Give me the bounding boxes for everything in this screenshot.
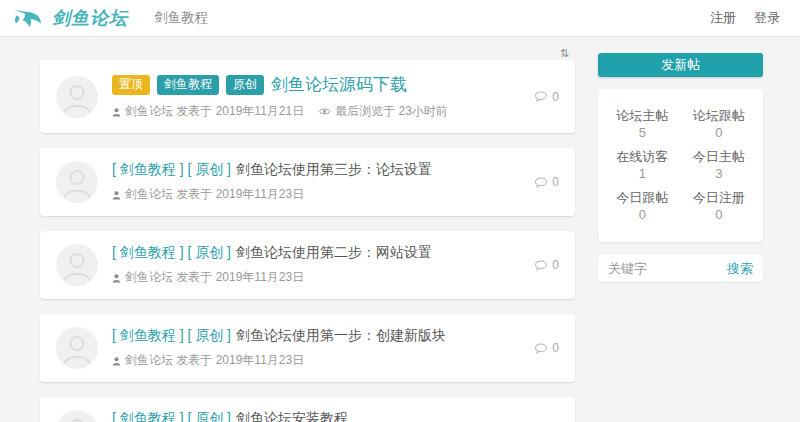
stat-label-today-threads: 今日主帖 [681,148,758,166]
stat-value-today-registrations: 0 [681,207,758,222]
avatar[interactable] [56,76,98,118]
stat-label-today-registrations: 今日注册 [681,189,758,207]
post-tags[interactable]: [ 剑鱼教程 ] [ 原创 ] [112,161,231,179]
post-author: 剑鱼论坛 [125,186,173,203]
brand-title: 剑鱼论坛 [52,6,128,30]
post-tags[interactable]: [ 剑鱼教程 ] [ 原创 ] [112,410,231,422]
post-list-column: ⇅ 置顶 剑鱼教程 原创 剑鱼论坛源码下载 剑鱼论坛 发表于 2019年11月2… [40,43,575,422]
stat-label-total-threads: 论坛主帖 [604,107,681,125]
post-tags[interactable]: [ 剑鱼教程 ] [ 原创 ] [112,327,231,345]
stat-value-total-replies: 0 [681,125,758,140]
post-meta: 剑鱼论坛 发表于 2019年11月23日 [112,352,522,369]
post-title-link[interactable]: 剑鱼论坛使用第一步：创建新版块 [236,327,446,345]
comment-icon [534,260,548,271]
post-title-link[interactable]: 剑鱼论坛使用第三步：论坛设置 [236,161,432,179]
post-card: [ 剑鱼教程 ] [ 原创 ] 剑鱼论坛使用第一步：创建新版块 剑鱼论坛 发表于… [40,314,575,382]
post-body: 置顶 剑鱼教程 原创 剑鱼论坛源码下载 剑鱼论坛 发表于 2019年11月21日… [112,73,522,120]
user-icon [112,190,121,200]
avatar[interactable] [56,327,98,369]
header-actions: 注册 登录 [710,9,780,27]
post-meta: 剑鱼论坛 发表于 2019年11月23日 [112,269,522,286]
forum-stats-panel: 论坛主帖 论坛跟帖 5 0 在线访客 今日主帖 1 3 今日跟帖 今日注册 0 … [598,89,763,242]
stat-value-online-visitors: 1 [604,166,681,181]
post-date: 发表于 2019年11月23日 [176,352,304,369]
post-meta: 剑鱼论坛 发表于 2019年11月23日 [112,186,522,203]
brand-logo[interactable]: 剑鱼论坛 [14,3,128,33]
post-meta: 剑鱼论坛 发表于 2019年11月21日 最后浏览于 23小时前 [112,103,522,120]
post-title-link[interactable]: 剑鱼论坛使用第二步：网站设置 [236,244,432,262]
page-content: ⇅ 置顶 剑鱼教程 原创 剑鱼论坛源码下载 剑鱼论坛 发表于 2019年11月2… [0,37,800,422]
search-button[interactable]: 搜索 [719,260,753,278]
post-author: 剑鱼论坛 [125,103,173,120]
stat-value-today-replies: 0 [604,207,681,222]
new-post-button[interactable]: 发新帖 [598,53,763,77]
eye-icon [318,107,331,116]
badge-category[interactable]: 剑鱼教程 [157,75,219,95]
post-title-link[interactable]: 剑鱼论坛安装教程 [236,410,348,422]
comment-icon [534,177,548,188]
post-body: [ 剑鱼教程 ] [ 原创 ] 剑鱼论坛使用第一步：创建新版块 剑鱼论坛 发表于… [112,327,522,369]
post-date: 发表于 2019年11月21日 [176,103,304,120]
search-bar: 搜索 [598,255,763,282]
sidebar: 发新帖 论坛主帖 论坛跟帖 5 0 在线访客 今日主帖 1 3 今日跟帖 今日注… [598,53,763,282]
search-input[interactable] [608,261,719,276]
avatar[interactable] [56,244,98,286]
login-link[interactable]: 登录 [754,9,780,27]
top-navbar: 剑鱼论坛 剑鱼教程 注册 登录 [0,0,800,37]
comment-icon [534,343,548,354]
post-date: 发表于 2019年11月23日 [176,186,304,203]
stat-value-today-threads: 3 [681,166,758,181]
sort-row: ⇅ [40,43,575,58]
avatar[interactable] [56,161,98,203]
post-tags[interactable]: [ 剑鱼教程 ] [ 原创 ] [112,244,231,262]
post-body: [ 剑鱼教程 ] [ 原创 ] 剑鱼论坛使用第二步：网站设置 剑鱼论坛 发表于 … [112,244,522,286]
post-card: [ 剑鱼教程 ] [ 原创 ] 剑鱼论坛使用第二步：网站设置 剑鱼论坛 发表于 … [40,231,575,299]
post-card: 置顶 剑鱼教程 原创 剑鱼论坛源码下载 剑鱼论坛 发表于 2019年11月21日… [40,60,575,133]
stat-label-today-replies: 今日跟帖 [604,189,681,207]
comment-count[interactable]: 0 [522,90,559,104]
comment-count[interactable]: 0 [522,341,559,355]
sort-toggle-icon[interactable]: ⇅ [560,47,569,59]
post-card: [ 剑鱼教程 ] [ 原创 ] 剑鱼论坛使用第三步：论坛设置 剑鱼论坛 发表于 … [40,148,575,216]
nav-item-tutorial[interactable]: 剑鱼教程 [154,9,208,27]
post-body: [ 剑鱼教程 ] [ 原创 ] 剑鱼论坛安装教程 剑鱼论坛 发表于 2019年1… [112,410,522,422]
comment-count[interactable]: 0 [522,175,559,189]
comment-icon [534,91,548,102]
swordfish-icon [14,3,46,33]
user-icon [112,273,121,283]
stat-value-total-threads: 5 [604,125,681,140]
avatar[interactable] [56,410,98,422]
badge-original[interactable]: 原创 [226,75,264,95]
register-link[interactable]: 注册 [710,9,736,27]
post-author: 剑鱼论坛 [125,352,173,369]
post-date: 发表于 2019年11月23日 [176,269,304,286]
stat-label-total-replies: 论坛跟帖 [681,107,758,125]
post-body: [ 剑鱼教程 ] [ 原创 ] 剑鱼论坛使用第三步：论坛设置 剑鱼论坛 发表于 … [112,161,522,203]
user-icon [112,356,121,366]
user-icon [112,107,121,117]
post-title-link[interactable]: 剑鱼论坛源码下载 [271,73,407,96]
post-card: [ 剑鱼教程 ] [ 原创 ] 剑鱼论坛安装教程 剑鱼论坛 发表于 2019年1… [40,397,575,422]
comment-count[interactable]: 0 [522,258,559,272]
post-author: 剑鱼论坛 [125,269,173,286]
post-last-view: 最后浏览于 23小时前 [335,103,448,120]
badge-pinned[interactable]: 置顶 [112,75,150,95]
stat-label-online-visitors: 在线访客 [604,148,681,166]
